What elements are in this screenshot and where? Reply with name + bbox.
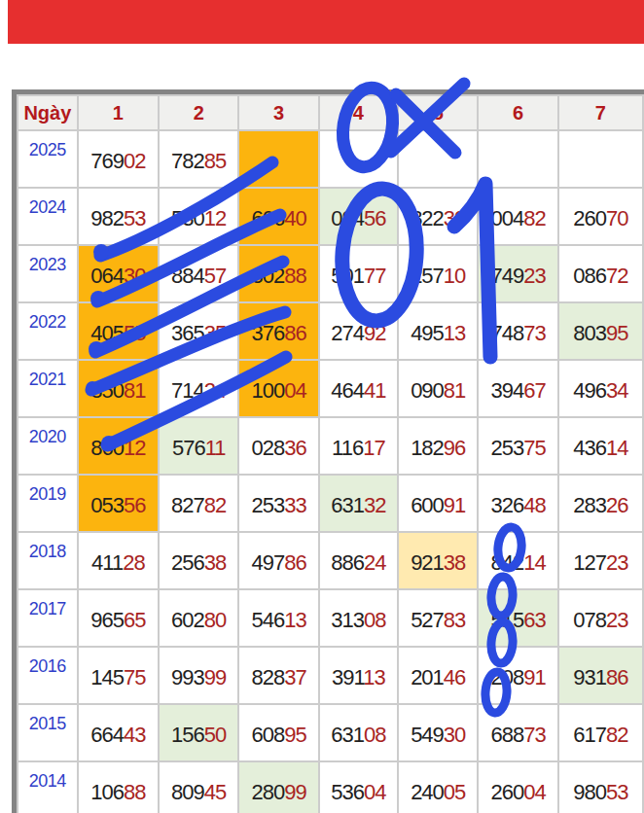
result-black-digits: 053 xyxy=(90,493,124,517)
result-cell: 92138 xyxy=(398,532,478,589)
result-cell xyxy=(319,130,398,188)
result-cell: 66443 xyxy=(78,704,159,761)
result-black-digits: 600 xyxy=(411,493,444,517)
result-cell: 20146 xyxy=(398,647,478,704)
result-black-digits: 688 xyxy=(490,723,523,747)
table-row-2016: 201614575993998283739113201462089193186 xyxy=(18,647,643,704)
result-red-digits: 13 xyxy=(363,665,384,689)
result-black-digits: 664 xyxy=(90,723,124,747)
result-black-digits: 497 xyxy=(251,550,284,575)
result-cell: 82837 xyxy=(238,647,318,704)
result-cell: 49786 xyxy=(238,532,318,589)
result-red-digits: 04 xyxy=(364,780,385,804)
result-red-digits: 88 xyxy=(284,264,305,288)
year-cell: 2014 xyxy=(18,761,78,813)
result-black-digits: 921 xyxy=(411,550,444,575)
result-black-digits: 982 xyxy=(90,206,124,230)
result-black-digits: 253 xyxy=(490,436,523,460)
table-row-2024: 202498253530126064009456822390048226070 xyxy=(18,188,643,245)
result-cell: 68873 xyxy=(478,704,557,761)
result-black-digits: 156 xyxy=(171,723,204,747)
result-red-digits: 73 xyxy=(523,321,545,345)
result-cell xyxy=(478,130,557,188)
result-red-digits: 05 xyxy=(444,780,465,804)
result-cell: 63108 xyxy=(319,704,398,761)
result-black-digits: 496 xyxy=(573,378,606,403)
header-row: Ngày1234567 xyxy=(18,95,643,130)
result-cell: 61782 xyxy=(558,704,643,761)
year-cell: 2020 xyxy=(18,417,78,475)
result-cell: 27492 xyxy=(319,302,398,360)
year-cell: 2021 xyxy=(18,360,78,417)
result-black-digits: 515 xyxy=(490,608,523,632)
result-cell: 80945 xyxy=(159,761,238,813)
result-black-digits: 842 xyxy=(490,550,523,575)
result-red-digits: 63 xyxy=(523,608,545,632)
table-row-2020: 202086012576110283611617182962537543614 xyxy=(18,417,643,475)
column-header-4: 4 xyxy=(319,95,398,130)
result-cell: 98253 xyxy=(78,188,159,245)
result-red-digits: 77 xyxy=(364,264,385,288)
result-black-digits: 850 xyxy=(90,378,124,403)
result-red-digits: 95 xyxy=(606,321,627,345)
result-red-digits: 65 xyxy=(124,608,145,632)
result-black-digits: 260 xyxy=(490,780,523,804)
result-red-digits: 02 xyxy=(124,149,145,173)
result-cell: 99399 xyxy=(159,647,238,704)
result-red-digits: 91 xyxy=(444,493,465,517)
table-body: 2025769027828520249825353012606400945682… xyxy=(18,130,643,813)
result-red-digits: 30 xyxy=(444,723,465,747)
result-black-digits: 536 xyxy=(331,780,364,804)
result-cell: 00482 xyxy=(478,188,557,245)
result-cell: 54613 xyxy=(238,589,318,647)
result-black-digits: 240 xyxy=(411,780,444,804)
result-red-digits: 13 xyxy=(284,608,305,632)
result-red-digits: 38 xyxy=(444,550,465,575)
result-black-digits: 078 xyxy=(573,608,606,632)
result-black-digits: 602 xyxy=(171,608,204,632)
result-black-digits: 495 xyxy=(411,321,444,345)
result-cell: 26004 xyxy=(478,761,557,813)
result-cell: 11617 xyxy=(319,417,398,475)
result-black-digits: 617 xyxy=(573,723,606,747)
result-cell: 63132 xyxy=(319,475,398,532)
result-red-digits: 35 xyxy=(204,321,226,345)
result-cell: 57611 xyxy=(159,417,238,475)
column-header-6: 6 xyxy=(478,95,557,130)
result-red-digits: 83 xyxy=(444,608,465,632)
result-cell: 76902 xyxy=(78,130,159,188)
result-cell: 46441 xyxy=(319,360,398,417)
result-red-digits: 32 xyxy=(364,493,385,517)
result-cell: 10688 xyxy=(78,761,159,813)
result-red-digits: 53 xyxy=(124,206,145,230)
results-table-container: Ngày1234567 2025769027828520249825353012… xyxy=(12,89,644,813)
result-red-digits: 82 xyxy=(204,493,226,517)
result-black-digits: 391 xyxy=(332,665,363,689)
result-cell: 20891 xyxy=(478,647,557,704)
result-cell: 54930 xyxy=(398,704,478,761)
result-cell: 78285 xyxy=(159,130,238,188)
result-black-digits: 394 xyxy=(490,378,523,403)
result-cell: 60280 xyxy=(159,589,238,647)
result-black-digits: 631 xyxy=(331,723,364,747)
results-table: Ngày1234567 2025769027828520249825353012… xyxy=(17,94,644,813)
result-cell: 32648 xyxy=(478,475,557,532)
result-red-digits: 82 xyxy=(606,723,627,747)
result-black-digits: 313 xyxy=(331,608,364,632)
result-cell: 51563 xyxy=(478,589,557,647)
result-cell xyxy=(238,130,318,188)
result-cell: 14575 xyxy=(78,647,159,704)
result-black-digits: 546 xyxy=(251,608,284,632)
result-cell: 74873 xyxy=(478,302,557,360)
result-red-digits: 75 xyxy=(124,665,145,689)
result-red-digits: 73 xyxy=(523,723,545,747)
result-black-digits: 828 xyxy=(251,665,284,689)
result-cell: 53012 xyxy=(159,188,238,245)
result-black-digits: 411 xyxy=(91,550,123,575)
result-black-digits: 086 xyxy=(573,264,606,288)
result-black-digits: 931 xyxy=(573,665,606,689)
day-column-header: Ngày xyxy=(18,95,78,130)
result-red-digits: 14 xyxy=(606,436,627,460)
result-cell: 50177 xyxy=(319,245,398,302)
result-red-digits: 91 xyxy=(523,665,545,689)
